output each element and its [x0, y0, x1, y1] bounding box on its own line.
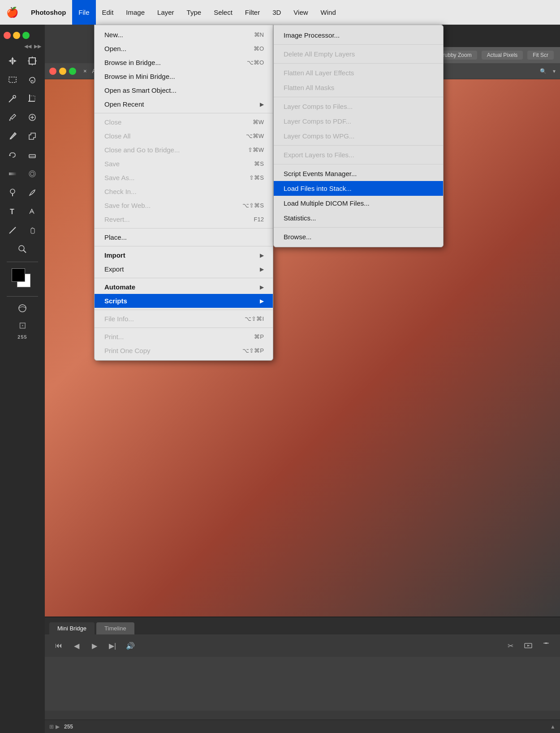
audio-button[interactable]: 🔊 [124, 639, 137, 652]
cut-button[interactable]: ✂ [504, 639, 517, 652]
text-tool-button[interactable]: T [4, 203, 22, 220]
maximize-window-button[interactable] [22, 32, 30, 39]
magic-wand-tool-button[interactable] [4, 90, 22, 108]
eraser-tool-button[interactable] [23, 146, 41, 164]
doc-maximize-button[interactable] [69, 68, 76, 75]
brush-tool-button[interactable] [4, 127, 22, 145]
doc-close-x[interactable]: × [83, 68, 87, 74]
submenu-browse[interactable]: Browse... [274, 229, 443, 244]
timeline-tab[interactable]: Timeline [96, 622, 134, 634]
menu-open-recent[interactable]: Open Recent ▶ [95, 97, 273, 111]
menu-scripts[interactable]: Scripts ▶ [95, 294, 273, 308]
file-label: File [78, 9, 89, 16]
submenu-statistics[interactable]: Statistics... [274, 211, 443, 225]
menu-bar-view[interactable]: View [287, 0, 314, 25]
close-window-button[interactable] [4, 32, 11, 39]
mini-bridge-tab[interactable]: Mini Bridge [49, 622, 95, 634]
svg-rect-6 [9, 77, 16, 82]
submenu-load-dicom[interactable]: Load Multiple DICOM Files... [274, 196, 443, 211]
expand-button[interactable]: ▶▶ [34, 43, 41, 49]
history-brush-button[interactable] [4, 146, 22, 164]
menu-browse-bridge[interactable]: Browse in Bridge... ⌥⌘O [95, 56, 273, 69]
doc-close-button[interactable] [49, 68, 56, 75]
lasso-tool-button[interactable] [23, 71, 41, 89]
apple-menu[interactable]: 🍎 [0, 7, 25, 18]
menu-bar-filter[interactable]: Filter [239, 0, 266, 25]
color-picker[interactable] [12, 268, 33, 290]
menu-automate[interactable]: Automate ▶ [95, 280, 273, 294]
status-scroll[interactable]: ▲ [550, 724, 556, 730]
dodge-tool-button[interactable] [4, 184, 22, 202]
submenu-export-layers: Export Layers to Files... [274, 147, 443, 162]
menu-bar-photoshop[interactable]: Photoshop [25, 0, 72, 25]
menu-close-all-label: Close All [104, 132, 130, 140]
minimize-window-button[interactable] [13, 32, 20, 39]
quick-mask-button[interactable] [13, 299, 31, 317]
tool-history-row [0, 146, 45, 164]
status-right-btn[interactable]: ▶ [56, 724, 60, 730]
menu-new[interactable]: New... ⌘N [95, 28, 273, 42]
menu-place[interactable]: Place... [95, 230, 273, 244]
menu-save-as: Save As... ⇧⌘S [95, 171, 273, 185]
menu-open[interactable]: Open... ⌘O [95, 42, 273, 56]
mini-bridge-label: Mini Bridge [57, 625, 86, 632]
menu-bar-window[interactable]: Wind [314, 0, 342, 25]
play-button[interactable]: ▶ [88, 639, 101, 652]
menu-import[interactable]: Import ▶ [95, 248, 273, 262]
separator-3 [95, 246, 273, 246]
svg-text:T: T [10, 208, 14, 216]
submenu-image-processor-label: Image Processor... [284, 31, 340, 39]
menu-bar-select[interactable]: Select [207, 0, 239, 25]
marquee-tool-button[interactable] [4, 71, 22, 89]
window-controls [0, 29, 45, 42]
menu-bar-file[interactable]: File [72, 0, 95, 25]
stamp-tool-button[interactable] [23, 127, 41, 145]
hand-tool-button[interactable] [23, 221, 41, 239]
menu-browse-mini-bridge[interactable]: Browse in Mini Bridge... [95, 69, 273, 83]
submenu-delete-empty-layers: Delete All Empty Layers [274, 47, 443, 61]
path-selection-button[interactable] [23, 203, 41, 220]
menu-bar-image[interactable]: Image [120, 0, 151, 25]
foreground-color-box[interactable] [12, 268, 25, 282]
fit-screen-button[interactable]: Fit Scr [527, 51, 554, 60]
svg-point-14 [9, 120, 11, 121]
skip-back-button[interactable]: ⏮ [52, 639, 65, 652]
menu-print-one-label: Print One Copy [104, 347, 151, 354]
settings-button[interactable] [539, 639, 553, 652]
prev-frame-button[interactable]: ◀ [70, 639, 83, 652]
eyedropper-tool-button[interactable] [4, 108, 22, 126]
submenu-load-files-stack[interactable]: Load Files into Stack... [274, 181, 443, 196]
menu-save-as-label: Save As... [104, 174, 135, 181]
collapse-button[interactable]: ◀◀ [24, 43, 31, 49]
status-left-btn[interactable]: ⊞ [49, 724, 54, 730]
blur-tool-button[interactable] [23, 165, 41, 183]
move-tool-button[interactable] [4, 52, 22, 70]
zoom-tool-button[interactable] [13, 240, 31, 258]
line-tool-button[interactable] [4, 221, 22, 239]
screen-mode-button[interactable]: ⊡ [19, 320, 26, 331]
pen-tool-button[interactable] [23, 184, 41, 202]
zoom-indicator: 🔍 [540, 68, 547, 74]
crop-tool-button[interactable] [23, 90, 41, 108]
view-label: View [293, 9, 308, 16]
menu-export[interactable]: Export ▶ [95, 262, 273, 276]
left-toolbar: ◀◀ ▶▶ [0, 25, 45, 733]
menu-bar-layer[interactable]: Layer [151, 0, 181, 25]
menu-bar-edit[interactable]: Edit [96, 0, 120, 25]
actual-pixels-button[interactable]: Actual Pixels [482, 51, 523, 60]
separator-2 [95, 228, 273, 229]
menu-open-smart[interactable]: Open as Smart Object... [95, 83, 273, 97]
next-frame-button[interactable]: ▶| [106, 639, 119, 652]
add-media-button[interactable] [521, 639, 535, 652]
submenu-script-events[interactable]: Script Events Manager... [274, 166, 443, 181]
submenu-layer-comps-wpg-label: Layer Comps to WPG... [284, 132, 354, 140]
gradient-tool-button[interactable] [4, 165, 22, 183]
doc-minimize-button[interactable] [59, 68, 66, 75]
menu-bar-type[interactable]: Type [181, 0, 208, 25]
heal-tool-button[interactable] [23, 108, 41, 126]
submenu-image-processor[interactable]: Image Processor... [274, 28, 443, 43]
menu-bar-3d[interactable]: 3D [266, 0, 287, 25]
sub-separator-4 [274, 145, 443, 146]
filter-label: Filter [245, 9, 260, 16]
artboard-tool-button[interactable] [23, 52, 41, 70]
